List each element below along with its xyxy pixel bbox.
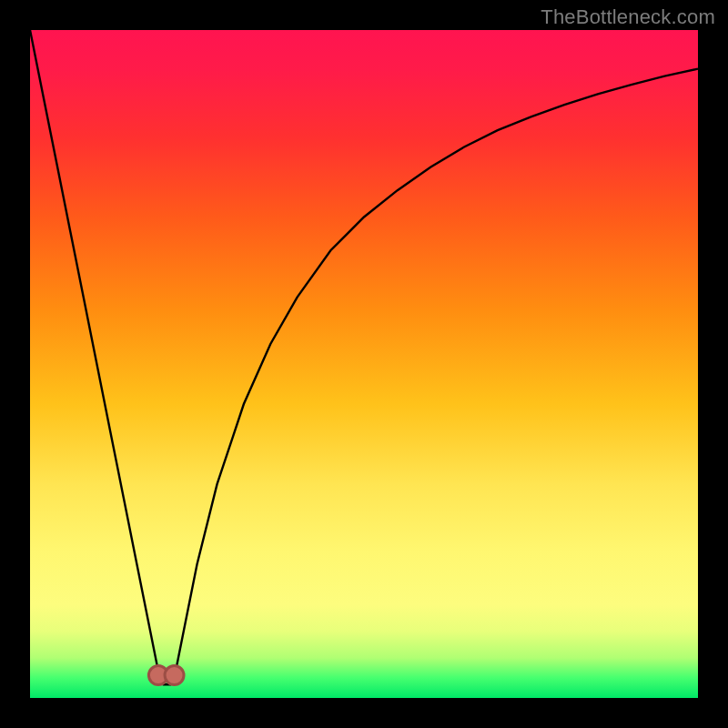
- plot-area: [30, 30, 698, 698]
- curve-path: [30, 30, 698, 684]
- optimal-marker-right: [165, 666, 184, 685]
- watermark-text: TheBottleneck.com: [541, 5, 715, 29]
- bottleneck-curve: [30, 30, 698, 698]
- chart-frame: TheBottleneck.com: [0, 0, 728, 728]
